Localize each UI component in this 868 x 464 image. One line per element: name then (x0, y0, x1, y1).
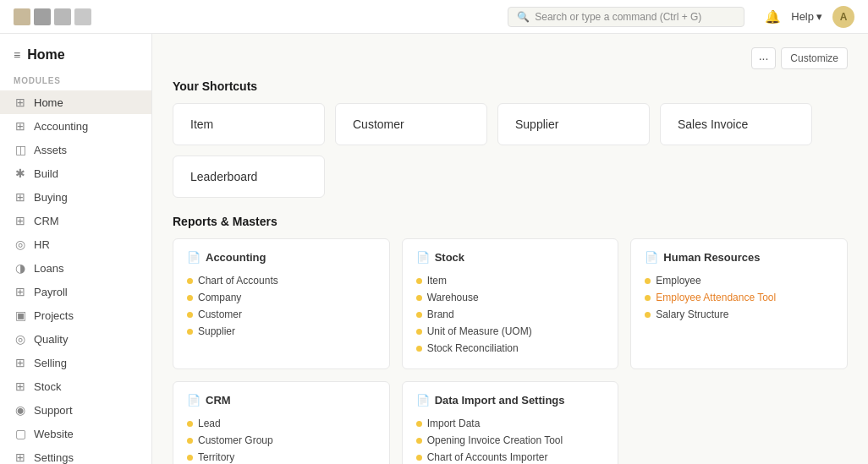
report-item[interactable]: Lead (187, 415, 376, 432)
logo-swatch-1 (14, 8, 30, 25)
report-item[interactable]: Company (187, 289, 376, 306)
sidebar-item-accounting[interactable]: ⊞ Accounting (0, 114, 151, 138)
report-item[interactable]: Unit of Measure (UOM) (416, 323, 605, 340)
sidebar-item-label: Stock (34, 380, 62, 393)
report-item[interactable]: Customer (187, 306, 376, 323)
support-icon: ◉ (14, 403, 27, 417)
projects-icon: ▣ (14, 308, 27, 322)
assets-icon: ◫ (14, 143, 27, 156)
reports-title: Reports & Masters (173, 215, 848, 228)
sidebar-item-payroll[interactable]: ⊞ Payroll (0, 280, 151, 303)
sidebar-item-assets[interactable]: ◫ Assets (0, 138, 151, 161)
sidebar: ≡ Home MODULES ⊞ Home ⊞ Accounting ◫ Ass… (0, 34, 152, 464)
logo-swatch-4 (74, 8, 91, 25)
hr-icon: ◎ (14, 237, 27, 251)
report-item[interactable]: Employee (645, 272, 833, 289)
sidebar-item-loans[interactable]: ◑ Loans (0, 256, 151, 280)
sidebar-item-label: Assets (34, 144, 67, 156)
shortcut-leaderboard[interactable]: Leaderboard (173, 156, 325, 198)
dot-icon (416, 438, 422, 444)
help-button[interactable]: Help ▾ (791, 10, 822, 23)
shortcut-sales-invoice[interactable]: Sales Invoice (660, 103, 812, 145)
sidebar-item-selling[interactable]: ⊞ Selling (0, 351, 151, 374)
help-label: Help (791, 10, 814, 23)
report-card-header: 📄 Data Import and Settings (416, 394, 605, 407)
buying-icon: ⊞ (14, 190, 27, 204)
shortcut-supplier[interactable]: Supplier (497, 103, 650, 145)
menu-icon[interactable]: ≡ (14, 48, 20, 62)
sidebar-item-label: Projects (34, 309, 74, 322)
dot-icon (645, 278, 651, 284)
report-card-header: 📄 Stock (416, 251, 605, 264)
sidebar-item-label: Selling (34, 357, 67, 369)
customize-button[interactable]: Customize (781, 47, 848, 69)
dot-icon (416, 312, 422, 318)
dot-icon (416, 278, 422, 284)
report-doc-icon: 📄 (416, 251, 430, 264)
sidebar-item-settings[interactable]: ⊞ Settings (0, 445, 151, 464)
report-item[interactable]: Opening Invoice Creation Tool (416, 432, 605, 449)
modules-label: MODULES (0, 73, 151, 90)
sidebar-item-support[interactable]: ◉ Support (0, 398, 151, 422)
loans-icon: ◑ (14, 261, 27, 275)
report-item[interactable]: Supplier (187, 323, 376, 340)
report-card-header: 📄 Accounting (187, 251, 376, 264)
sidebar-item-hr[interactable]: ◎ HR (0, 232, 151, 256)
sidebar-item-crm[interactable]: ⊞ CRM (0, 209, 151, 232)
stock-icon: ⊞ (14, 379, 27, 393)
dot-icon (645, 295, 651, 301)
shortcut-customer[interactable]: Customer (335, 103, 487, 145)
sidebar-item-projects[interactable]: ▣ Projects (0, 303, 151, 327)
sidebar-item-label: Payroll (34, 286, 68, 298)
reports-grid: 📄 Accounting Chart of Accounts Company C… (173, 238, 848, 464)
dot-icon (416, 295, 422, 301)
website-icon: ▢ (14, 427, 27, 440)
report-card-stock: 📄 Stock Item Warehouse Brand Unit of Mea… (402, 238, 619, 369)
avatar[interactable]: A (832, 6, 854, 28)
report-item[interactable]: Customer Group (187, 432, 376, 449)
dot-icon (187, 329, 193, 335)
report-item[interactable]: Brand (416, 306, 605, 323)
report-item[interactable]: Stock Reconciliation (416, 340, 605, 357)
accounting-icon: ⊞ (14, 119, 27, 133)
sidebar-item-label: Loans (34, 262, 63, 275)
shortcut-item[interactable]: Item (173, 103, 325, 145)
crm-icon: ⊞ (14, 214, 27, 227)
sidebar-item-build[interactable]: ✱ Build (0, 161, 151, 185)
report-item[interactable]: Chart of Accounts (187, 272, 376, 289)
sidebar-item-website[interactable]: ▢ Website (0, 422, 151, 445)
sidebar-item-home[interactable]: ⊞ Home (0, 90, 151, 114)
notifications-icon[interactable]: 🔔 (765, 9, 781, 25)
report-doc-icon: 📄 (416, 394, 430, 407)
dot-icon (187, 455, 193, 461)
more-options-button[interactable]: ··· (751, 47, 777, 69)
dot-icon (416, 346, 422, 352)
sidebar-header: ≡ Home (0, 47, 151, 73)
report-item[interactable]: Warehouse (416, 289, 605, 306)
report-item[interactable]: Salary Structure (645, 306, 833, 323)
sidebar-item-quality[interactable]: ◎ Quality (0, 327, 151, 351)
logo-swatch-2 (34, 8, 51, 25)
report-item[interactable]: Territory (187, 449, 376, 464)
logo (14, 8, 91, 25)
report-card-data-import: 📄 Data Import and Settings Import Data O… (402, 381, 619, 464)
build-icon: ✱ (14, 166, 27, 180)
report-item[interactable]: Import Data (416, 415, 605, 432)
dot-icon (416, 455, 422, 461)
search-bar[interactable]: 🔍 Search or type a command (Ctrl + G) (508, 7, 744, 27)
report-item[interactable]: Chart of Accounts Importer (416, 449, 605, 464)
sidebar-item-label: Buying (34, 191, 68, 204)
sidebar-item-label: Build (34, 167, 58, 180)
sidebar-item-stock[interactable]: ⊞ Stock (0, 374, 151, 398)
sidebar-item-buying[interactable]: ⊞ Buying (0, 185, 151, 209)
report-item[interactable]: Employee Attendance Tool (645, 289, 833, 306)
dot-icon (187, 312, 193, 318)
report-card-crm: 📄 CRM Lead Customer Group Territory (173, 381, 390, 464)
sidebar-item-label: Settings (34, 451, 74, 464)
report-card-hr: 📄 Human Resources Employee Employee Atte… (630, 238, 848, 369)
report-card-header: 📄 CRM (187, 394, 376, 407)
dot-icon (416, 421, 422, 427)
dot-icon (645, 312, 651, 318)
report-item[interactable]: Item (416, 272, 605, 289)
dot-icon (187, 278, 193, 284)
